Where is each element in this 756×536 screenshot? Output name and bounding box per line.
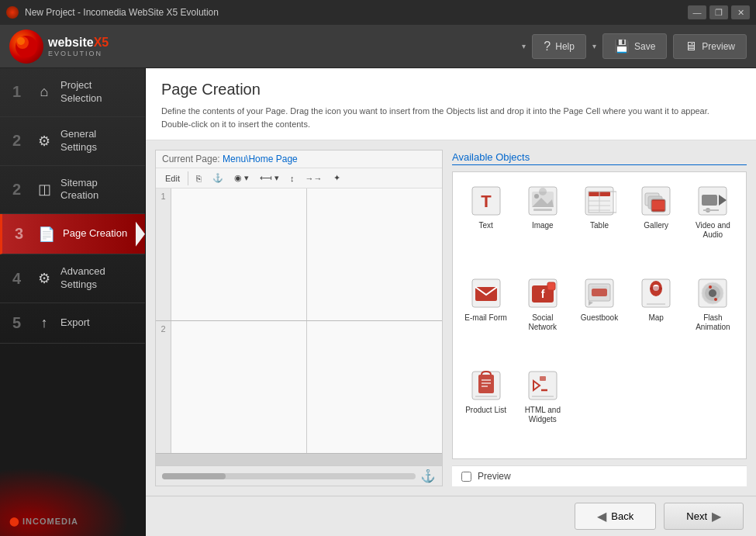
scrollbar-thumb[interactable] <box>162 473 226 479</box>
objects-header: Available Objects <box>452 150 747 165</box>
back-button[interactable]: ◀ Back <box>575 503 656 530</box>
svg-rect-24 <box>702 195 717 206</box>
page-row-2: 2 <box>156 321 442 454</box>
app-icon <box>6 6 19 19</box>
product-icon <box>469 368 503 403</box>
preview-button[interactable]: 🖥 Preview <box>673 34 747 59</box>
window-controls[interactable]: — ❐ ✕ <box>688 5 750 19</box>
svg-point-9 <box>539 188 547 195</box>
video-icon <box>696 184 730 218</box>
object-map[interactable]: Map <box>630 271 683 360</box>
copy-button[interactable]: ⎘ <box>192 171 206 185</box>
svg-rect-10 <box>533 209 552 211</box>
email-label: E-mail Form <box>464 313 506 323</box>
edit-button[interactable]: Edit <box>161 171 185 185</box>
row-number-1: 1 <box>156 188 171 320</box>
layout-button[interactable]: ◉ ▾ <box>230 171 254 185</box>
svg-rect-52 <box>482 379 491 381</box>
html-label: HTML and Widgets <box>520 406 565 424</box>
footer: ◀ Back Next ▶ <box>146 496 756 536</box>
back-arrow-icon: ◀ <box>597 509 606 524</box>
sidebar-item-export[interactable]: 5 ↑ Export <box>0 303 145 344</box>
main-layout: 1 ⌂ Project Selection 2 ⚙ General Settin… <box>0 68 756 536</box>
image-icon <box>526 184 560 218</box>
table-icon <box>582 184 616 218</box>
page-cell-2-1[interactable] <box>171 321 307 453</box>
object-flash[interactable]: Flash Animation <box>686 271 740 360</box>
row-number-2: 2 <box>156 321 171 453</box>
special-button[interactable]: ✦ <box>329 171 345 185</box>
logo: websiteX5 EVOLUTION <box>9 29 109 64</box>
content-description: Define the contents of your Page. Drag t… <box>161 105 740 130</box>
svg-rect-22 <box>652 201 665 209</box>
page-cell-1-1[interactable] <box>171 188 307 320</box>
save-button[interactable]: 💾 Save <box>602 33 667 59</box>
table-label: Table <box>590 221 609 230</box>
svg-rect-59 <box>540 376 546 381</box>
object-text[interactable]: T Text <box>459 178 513 268</box>
object-gallery[interactable]: Gallery <box>630 178 683 268</box>
help-dropdown-arrow[interactable]: ▾ <box>522 42 526 50</box>
content-area: Page Creation Define the contents of you… <box>146 68 756 536</box>
help-button[interactable]: ? Help <box>532 34 586 59</box>
editor-toolbar: Edit ⎘ ⚓ ◉ ▾ ⟻ ▾ ↕ →→ ✦ <box>156 168 442 188</box>
map-icon <box>639 276 673 310</box>
svg-point-2 <box>17 37 25 45</box>
preview-label: Preview <box>478 471 511 482</box>
svg-point-42 <box>650 286 662 291</box>
resize-button[interactable]: ↕ <box>285 171 299 185</box>
flash-label: Flash Animation <box>690 313 736 332</box>
page-creation-body: Current Page: Menu\Home Page Edit ⎘ ⚓ ◉ … <box>146 140 756 496</box>
object-video[interactable]: Video and Audio <box>686 178 740 268</box>
object-image[interactable]: Image <box>516 178 569 268</box>
object-html[interactable]: HTML and Widgets <box>516 363 569 452</box>
window-title: New Project - Incomedia WebSite X5 Evolu… <box>25 7 682 18</box>
objects-grid: T Text <box>452 171 747 459</box>
help-icon: ? <box>544 40 551 54</box>
svg-point-7 <box>534 194 539 199</box>
save-icon: 💾 <box>614 39 630 54</box>
flash-icon <box>696 276 730 310</box>
anchor-button[interactable]: ⚓ <box>208 171 228 185</box>
sidebar-item-advanced-settings[interactable]: 4 ⚙ Advanced Settings <box>0 254 145 303</box>
sidebar: 1 ⌂ Project Selection 2 ⚙ General Settin… <box>0 68 146 536</box>
main-toolbar: websiteX5 EVOLUTION ▾ ? Help ▾ 💾 Save 🖥 … <box>0 25 756 68</box>
page-cell-2-2[interactable] <box>307 321 442 453</box>
object-email[interactable]: E-mail Form <box>459 271 513 360</box>
svg-rect-53 <box>482 382 491 384</box>
page-cell-1-2[interactable] <box>307 188 442 320</box>
preview-checkbox[interactable] <box>461 472 471 482</box>
object-product[interactable]: Product List <box>459 363 513 452</box>
incomedia-logo: ⬤ INCOMEDIA <box>9 517 78 527</box>
objects-panel: Available Objects T Text <box>452 150 747 486</box>
maximize-button[interactable]: ❐ <box>709 5 728 19</box>
text-label: Text <box>478 221 492 230</box>
scrollbar-track[interactable] <box>162 473 416 479</box>
next-button[interactable]: Next ▶ <box>664 503 744 530</box>
sidebar-item-page-creation[interactable]: 3 📄 Page Creation <box>0 214 145 254</box>
svg-point-48 <box>709 285 712 289</box>
text-icon: T <box>469 184 503 218</box>
sidebar-item-sitemap-creation[interactable]: 2 ◫ Sitemap Creation <box>0 166 145 215</box>
sidebar-item-project-selection[interactable]: 1 ⌂ Project Selection <box>0 68 145 117</box>
save-dropdown-arrow[interactable]: ▾ <box>592 42 596 50</box>
content-header: Page Creation Define the contents of you… <box>146 68 756 140</box>
page-row-1: 1 <box>156 188 442 321</box>
svg-rect-36 <box>592 289 607 296</box>
social-icon: f <box>526 276 560 310</box>
video-label: Video and Audio <box>690 221 736 240</box>
object-table[interactable]: Table <box>572 178 626 268</box>
preview-icon: 🖥 <box>685 40 697 54</box>
sidebar-item-general-settings[interactable]: 2 ⚙ General Settings <box>0 117 145 166</box>
move-right-button[interactable]: →→ <box>301 171 327 185</box>
preview-bar: Preview <box>452 465 747 486</box>
minimize-button[interactable]: — <box>688 5 706 19</box>
row-1-content <box>171 188 442 320</box>
svg-rect-33 <box>547 282 555 290</box>
object-social[interactable]: f Social Network <box>516 271 569 360</box>
align-button[interactable]: ⟻ ▾ <box>255 171 284 185</box>
editor-canvas[interactable]: 1 2 <box>156 188 442 465</box>
close-button[interactable]: ✕ <box>731 5 750 19</box>
svg-text:T: T <box>481 192 492 211</box>
object-guestbook[interactable]: Guestbook <box>572 271 626 360</box>
